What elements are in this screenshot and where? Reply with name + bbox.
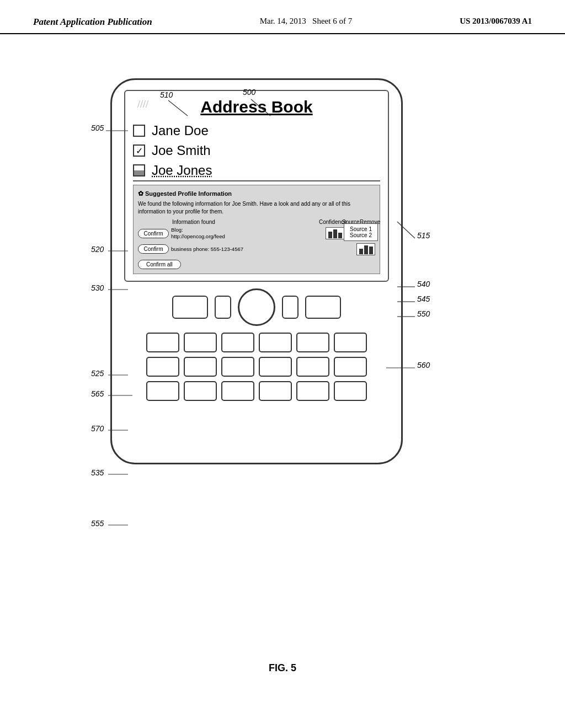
- checkbox-joe-smith: ✓: [133, 144, 145, 157]
- label-520: 520: [91, 245, 104, 254]
- source-2: Source 2: [350, 232, 372, 238]
- nav-left-btn[interactable]: [172, 296, 208, 319]
- confirm-button-1[interactable]: Confirm: [138, 229, 169, 238]
- info-row-1: Confirm Blog:http://opencog.org/feed ↺ ⊖: [138, 227, 375, 240]
- phone-screen: //// Address Book Jane Doe ✓ Joe Smith: [124, 90, 389, 282]
- key-3-4[interactable]: [259, 381, 292, 401]
- key-2-5[interactable]: [296, 357, 329, 377]
- keypad-row-1: [130, 333, 383, 352]
- joe-smith-name: Joe Smith: [152, 143, 211, 158]
- bar-seg-b: [364, 245, 368, 254]
- keypad-row-3: [130, 381, 383, 401]
- nav-circle-btn[interactable]: [238, 288, 275, 326]
- confidence-bar-2: [356, 243, 375, 255]
- header-left: Patent Application Publication: [33, 17, 152, 28]
- label-545: 545: [417, 295, 430, 303]
- fig-caption-text: FIG. 5: [269, 662, 296, 673]
- joe-jones-name: Joe Jones: [152, 163, 212, 178]
- label-570: 570: [91, 424, 104, 433]
- confirm-all-container: Confirm all: [138, 259, 375, 269]
- confirm-all-button[interactable]: Confirm all: [138, 260, 181, 269]
- key-1-4[interactable]: [259, 333, 292, 352]
- label-550: 550: [417, 309, 430, 318]
- phone-device: //// Address Book Jane Doe ✓ Joe Smith: [110, 78, 403, 464]
- jane-doe-name: Jane Doe: [152, 123, 209, 138]
- figure-caption: FIG. 5: [0, 662, 565, 674]
- key-1-6[interactable]: [334, 333, 367, 352]
- key-1-2[interactable]: [184, 333, 217, 352]
- contact-joe-smith: ✓ Joe Smith: [133, 143, 380, 158]
- label-565: 565: [91, 389, 104, 398]
- key-2-2[interactable]: [184, 357, 217, 377]
- confidence-bar-1: [326, 227, 344, 239]
- contact-jane-doe: Jane Doe: [133, 123, 380, 138]
- key-1-3[interactable]: [221, 333, 254, 352]
- key-1-5[interactable]: [296, 333, 329, 352]
- col-confidence: Confidence: [319, 219, 340, 225]
- checkbox-joe-jones: [133, 164, 145, 176]
- header-center: Mar. 14, 2013 Sheet 6 of 7: [260, 17, 353, 26]
- address-book-title: Address Book: [200, 98, 312, 116]
- gear-icon: ✿: [138, 190, 143, 197]
- key-3-5[interactable]: [296, 381, 329, 401]
- checkbox-jane: [133, 125, 145, 137]
- info-row-2: Confirm business phone: 555-123-4567 Sou…: [138, 243, 375, 255]
- nav-left-small-btn[interactable]: [215, 296, 231, 319]
- label-525: 525: [91, 369, 104, 378]
- nav-area: [124, 288, 389, 326]
- label-515: 515: [417, 231, 430, 240]
- label-555: 555: [91, 519, 104, 528]
- info-table-header: Information found Confidence Source Remo…: [138, 219, 375, 225]
- label-505: 505: [91, 124, 104, 132]
- contact-joe-jones: Joe Jones: [133, 163, 380, 181]
- nav-right-small-btn[interactable]: [282, 296, 299, 319]
- key-3-6[interactable]: [334, 381, 367, 401]
- nav-right-btn[interactable]: [305, 296, 341, 319]
- address-book-header: //// Address Book: [133, 98, 380, 116]
- bar-segment-3: [338, 233, 342, 238]
- hash-lines: ////: [137, 99, 148, 110]
- bar-segment-1: [328, 232, 332, 238]
- keypad-row-2: [130, 357, 383, 377]
- label-540: 540: [417, 280, 430, 288]
- blog-info: Blog:http://opencog.org/feed: [171, 227, 323, 240]
- key-2-1[interactable]: [146, 357, 179, 377]
- key-2-4[interactable]: [259, 357, 292, 377]
- keypad: [124, 333, 389, 401]
- bar-segment-2: [333, 229, 337, 238]
- popup-header-text: Suggested Profile Information: [145, 190, 232, 197]
- key-3-1[interactable]: [146, 381, 179, 401]
- confirm-button-2[interactable]: Confirm: [138, 244, 169, 254]
- bar-seg-c: [369, 247, 373, 254]
- popup-description: We found the following information for J…: [138, 200, 375, 216]
- key-3-3[interactable]: [221, 381, 254, 401]
- key-1-1[interactable]: [146, 333, 179, 352]
- popup-header: ✿ Suggested Profile Information: [138, 190, 375, 197]
- suggested-profile-popup: ✿ Suggested Profile Information We found…: [133, 185, 380, 274]
- key-3-2[interactable]: [184, 381, 217, 401]
- header-right: US 2013/0067039 A1: [460, 17, 532, 26]
- label-530: 530: [91, 283, 104, 292]
- phone-info: business phone: 555-123-4567: [171, 246, 354, 253]
- source-1: Source 1: [350, 226, 372, 232]
- source-tooltip: Source 1 Source 2: [344, 223, 378, 241]
- patent-header: Patent Application Publication Mar. 14, …: [0, 0, 565, 34]
- key-2-6[interactable]: [334, 357, 367, 377]
- label-535: 535: [91, 468, 104, 477]
- col-info: Information found: [172, 219, 317, 225]
- key-2-3[interactable]: [221, 357, 254, 377]
- label-560: 560: [417, 361, 430, 370]
- bar-seg-a: [359, 249, 363, 254]
